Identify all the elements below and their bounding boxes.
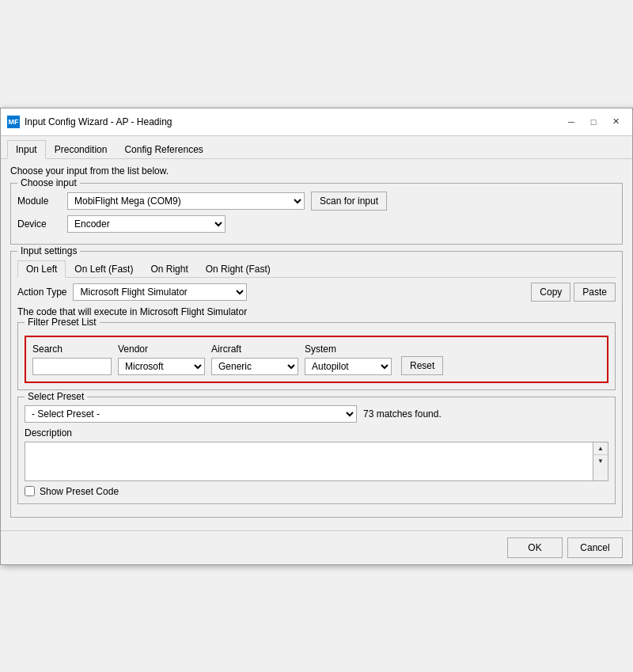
inner-tab-on-left[interactable]: On Left: [17, 260, 66, 278]
inner-tab-on-left-fast[interactable]: On Left (Fast): [66, 260, 142, 278]
inner-tab-bar: On Left On Left (Fast) On Right On Right…: [17, 260, 616, 278]
inner-tab-on-right[interactable]: On Right: [142, 260, 196, 278]
cancel-button[interactable]: Cancel: [567, 537, 623, 558]
main-content: Choose your input from the list below. C…: [1, 159, 632, 530]
description-scrollbar: ▲ ▼: [593, 442, 608, 481]
preset-row: - Select Preset - 73 matches found.: [25, 405, 608, 423]
scroll-up-button[interactable]: ▲: [593, 442, 608, 455]
select-preset-box: Select Preset - Select Preset - 73 match…: [17, 397, 616, 504]
filter-search-label: Search: [32, 344, 112, 355]
description-textarea[interactable]: [25, 442, 593, 481]
filter-vendor-label: Vendor: [118, 344, 205, 355]
show-preset-code-row: Show Preset Code: [25, 486, 608, 497]
module-select[interactable]: MobiFlight Mega (COM9): [67, 192, 305, 210]
main-window: MF Input Config Wizard - AP - Heading ─ …: [0, 108, 633, 565]
filter-search-input[interactable]: [32, 358, 112, 375]
scan-for-input-button[interactable]: Scan for input: [311, 192, 387, 211]
code-description: The code that will execute in Microsoft …: [17, 306, 616, 317]
input-settings-group: Input settings On Left On Left (Fast) On…: [10, 251, 623, 518]
tab-config-references[interactable]: Config References: [116, 140, 211, 159]
choose-description: Choose your input from the list below.: [10, 165, 623, 177]
copy-button[interactable]: Copy: [531, 283, 570, 302]
preset-select[interactable]: - Select Preset -: [25, 405, 357, 423]
tab-input[interactable]: Input: [7, 140, 46, 159]
matches-text: 73 matches found.: [363, 408, 442, 420]
window-controls: ─ □ ✕: [561, 113, 626, 131]
filter-system-col: System Autopilot: [305, 344, 392, 375]
minimize-button[interactable]: ─: [561, 113, 582, 131]
ok-button[interactable]: OK: [507, 537, 563, 558]
main-tab-bar: Input Precondition Config References: [1, 136, 632, 159]
filter-preset-box: Filter Preset List Search Vendor Microso…: [17, 322, 616, 390]
action-right: Copy Paste: [531, 283, 616, 302]
device-label: Device: [17, 218, 61, 230]
app-icon: MF: [7, 116, 20, 128]
bottom-bar: OK Cancel: [1, 530, 632, 564]
action-type-label: Action Type: [17, 287, 66, 298]
choose-input-group: Choose input Module MobiFlight Mega (COM…: [10, 183, 623, 245]
filter-aircraft-col: Aircraft Generic: [211, 344, 298, 375]
select-preset-content: - Select Preset - 73 matches found. Desc…: [25, 405, 608, 497]
filter-preset-legend: Filter Preset List: [25, 317, 100, 328]
description-area: ▲ ▼: [25, 442, 608, 481]
inner-tab-on-right-fast[interactable]: On Right (Fast): [197, 260, 279, 278]
filter-preset-inner: Search Vendor Microsoft Aircraft: [25, 336, 608, 383]
close-button[interactable]: ✕: [605, 113, 626, 131]
paste-button[interactable]: Paste: [574, 283, 616, 302]
reset-button[interactable]: Reset: [401, 356, 443, 375]
action-left: Action Type Microsoft Flight Simulator: [17, 283, 247, 301]
select-preset-legend: Select Preset: [25, 391, 87, 402]
choose-input-content: Module MobiFlight Mega (COM9) Scan for i…: [17, 192, 616, 233]
show-preset-code-checkbox[interactable]: [25, 486, 35, 496]
module-label: Module: [17, 196, 61, 207]
action-type-select[interactable]: Microsoft Flight Simulator: [73, 283, 247, 301]
device-select[interactable]: Encoder: [67, 215, 226, 233]
filter-system-label: System: [305, 344, 392, 355]
filter-system-select[interactable]: Autopilot: [305, 358, 392, 375]
window-title: Input Config Wizard - AP - Heading: [25, 116, 172, 127]
title-bar: MF Input Config Wizard - AP - Heading ─ …: [1, 108, 632, 136]
action-type-row: Action Type Microsoft Flight Simulator C…: [17, 283, 616, 302]
input-settings-legend: Input settings: [17, 245, 80, 256]
filter-vendor-select[interactable]: Microsoft: [118, 358, 205, 375]
filter-aircraft-label: Aircraft: [211, 344, 298, 355]
filter-aircraft-select[interactable]: Generic: [211, 358, 298, 375]
description-label: Description: [25, 427, 608, 439]
input-settings-content: On Left On Left (Fast) On Right On Right…: [17, 260, 616, 504]
module-row: Module MobiFlight Mega (COM9) Scan for i…: [17, 192, 616, 211]
scroll-down-button[interactable]: ▼: [593, 455, 608, 468]
maximize-button[interactable]: □: [583, 113, 604, 131]
filter-vendor-col: Vendor Microsoft: [118, 344, 205, 375]
filter-row: Search Vendor Microsoft Aircraft: [32, 344, 601, 375]
tab-precondition[interactable]: Precondition: [46, 140, 116, 159]
show-preset-code-label[interactable]: Show Preset Code: [40, 486, 119, 497]
choose-input-legend: Choose input: [17, 177, 80, 188]
filter-search-col: Search: [32, 344, 112, 375]
title-bar-left: MF Input Config Wizard - AP - Heading: [7, 116, 172, 128]
device-row: Device Encoder: [17, 215, 616, 233]
